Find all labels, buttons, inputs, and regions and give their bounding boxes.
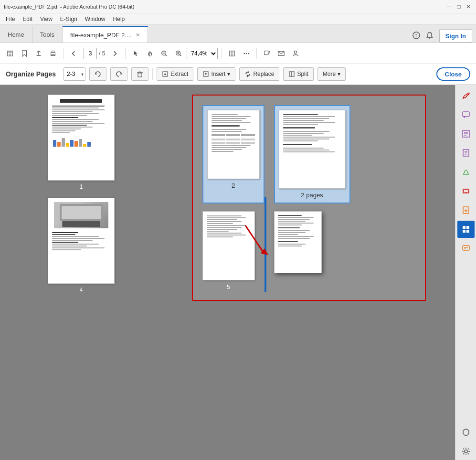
page-1-label: 1 <box>80 183 83 190</box>
svg-rect-10 <box>52 54 54 55</box>
zoom-out-button[interactable] <box>158 46 170 61</box>
sidebar-annotate-button[interactable] <box>457 87 475 104</box>
sidebar-edit-pdf-button[interactable] <box>457 144 475 161</box>
svg-rect-53 <box>466 226 469 229</box>
delete-icon <box>137 71 143 77</box>
account-icon <box>292 50 299 57</box>
svg-point-23 <box>248 53 249 54</box>
redo-button[interactable] <box>110 67 127 81</box>
toolbar-separator-1 <box>63 48 63 59</box>
zoom-out-icon <box>161 50 168 57</box>
sidebar-comment-button[interactable] <box>457 106 475 123</box>
organize-view-area: 2 <box>162 85 455 460</box>
pages-row-1: 2 <box>202 105 415 203</box>
page1-chart <box>51 136 111 147</box>
sidebar-form-button[interactable] <box>457 125 475 142</box>
tab-file[interactable]: file-example_PDF 2.... ✕ <box>63 26 148 43</box>
svg-point-26 <box>295 51 297 53</box>
print-button[interactable] <box>47 46 59 61</box>
thumbnail-page-4[interactable]: 4 <box>48 198 115 293</box>
menu-esign[interactable]: E-Sign <box>56 13 81 24</box>
menu-file[interactable]: File <box>2 13 19 24</box>
zoom-in-button[interactable] <box>172 46 185 61</box>
export-icon <box>462 206 470 214</box>
upload-button[interactable] <box>32 46 45 61</box>
form-icon <box>462 129 470 138</box>
tab-right-area: ? Sign In <box>413 29 476 43</box>
drag-arrow-indicator <box>236 221 279 268</box>
undo-button[interactable] <box>89 67 106 81</box>
page-range-select[interactable]: 2-3 All 1-2 3-4 <box>63 67 85 81</box>
next-page-button[interactable] <box>109 46 121 61</box>
delete-pages-button[interactable] <box>131 67 148 81</box>
toolbar-separator-3 <box>222 48 222 59</box>
zoom-select[interactable]: 74,4% 50% 75% 100% 125% 150% <box>187 48 218 59</box>
maximize-button[interactable]: □ <box>455 3 463 11</box>
fit-page-button[interactable] <box>226 46 238 61</box>
close-organize-button[interactable]: Close <box>436 67 470 81</box>
insert-button[interactable]: Insert ▾ <box>197 67 235 81</box>
split-label: Split <box>297 71 308 77</box>
sign-in-button[interactable]: Sign In <box>439 29 472 43</box>
close-tab-icon[interactable]: ✕ <box>136 32 140 38</box>
account-button[interactable] <box>289 46 302 61</box>
menu-view[interactable]: View <box>36 13 56 24</box>
page-2-thumbnail <box>207 110 260 179</box>
page-3-thumbnail <box>279 110 346 189</box>
sidebar-redact-button[interactable] <box>457 182 475 200</box>
close-window-button[interactable]: ✕ <box>465 3 472 11</box>
window-title: file-example_PDF 2.pdf - Adobe Acrobat P… <box>4 4 134 10</box>
toolbar-separator-2 <box>125 48 126 59</box>
page-2-label: 2 <box>232 182 235 189</box>
replace-label: Replace <box>253 71 274 77</box>
svg-text:?: ? <box>415 33 417 38</box>
thumbnail-page-1[interactable]: 1 <box>48 95 115 190</box>
svg-point-59 <box>465 450 467 453</box>
window-controls: — □ ✕ <box>445 3 472 11</box>
right-sidebar <box>455 85 476 460</box>
sidebar-text-comment-button[interactable] <box>457 240 475 257</box>
menu-edit[interactable]: Edit <box>19 13 36 24</box>
floating-page-card <box>274 211 322 273</box>
split-button[interactable]: Split <box>283 67 313 81</box>
page-4-preview <box>48 198 115 284</box>
sidebar-export-button[interactable] <box>457 202 475 219</box>
svg-point-22 <box>246 53 247 54</box>
sidebar-stamp-button[interactable] <box>457 163 475 181</box>
menu-window[interactable]: Window <box>81 13 109 24</box>
prev-page-button[interactable] <box>67 46 80 61</box>
tab-tools[interactable]: Tools <box>32 26 63 43</box>
svg-line-38 <box>467 94 468 95</box>
minimize-button[interactable]: — <box>445 3 453 11</box>
help-button[interactable]: ? <box>413 32 420 41</box>
cursor-tool-button[interactable] <box>129 46 142 61</box>
annotate-icon <box>462 91 470 100</box>
sidebar-settings-button[interactable] <box>457 443 475 460</box>
bookmark-button[interactable] <box>18 46 31 61</box>
more-tools-button[interactable] <box>240 46 253 61</box>
extract-button[interactable]: Extract <box>157 67 193 81</box>
org-separator-1 <box>152 68 153 80</box>
zoom-in-icon <box>175 50 182 57</box>
mail-button[interactable] <box>275 46 287 61</box>
replace-button[interactable]: Replace <box>239 67 279 81</box>
svg-line-36 <box>245 225 264 254</box>
notifications-button[interactable] <box>426 32 434 41</box>
edit-comment-button[interactable] <box>261 46 273 61</box>
svg-point-3 <box>429 38 430 39</box>
page-card-3[interactable]: 2 pages <box>274 105 350 203</box>
page-1-preview <box>48 95 115 181</box>
svg-rect-39 <box>463 112 469 117</box>
page-number-input[interactable] <box>84 48 97 59</box>
sidebar-protect-button[interactable] <box>457 424 475 441</box>
hand-icon <box>147 50 153 57</box>
svg-point-21 <box>244 53 245 54</box>
sidebar-organize-button[interactable] <box>457 221 475 238</box>
laptop-keyboard <box>62 221 100 227</box>
hand-tool-button[interactable] <box>144 46 156 61</box>
menu-help[interactable]: Help <box>109 13 129 24</box>
save-button[interactable] <box>4 46 16 61</box>
page-card-2[interactable]: 2 <box>202 105 264 203</box>
more-button[interactable]: More ▾ <box>317 67 346 81</box>
tab-home[interactable]: Home <box>0 26 32 43</box>
